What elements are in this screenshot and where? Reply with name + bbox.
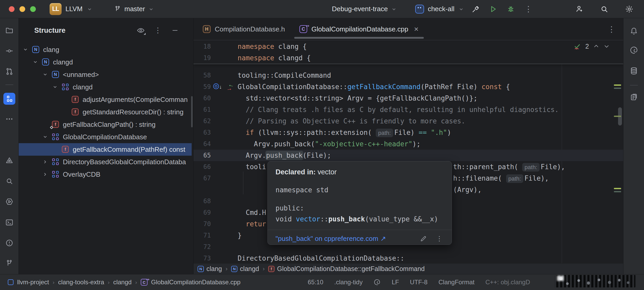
build-button[interactable] [469, 3, 481, 15]
structure-tree-item[interactable]: OverlayCDB [19, 168, 192, 181]
project-tool-button[interactable] [3, 24, 15, 36]
run-button[interactable] [487, 3, 499, 15]
close-tab-icon[interactable]: × [414, 25, 419, 34]
structure-tree-item[interactable]: adjustArguments(CompileComman [19, 93, 192, 106]
search-everywhere-button[interactable] [598, 3, 610, 15]
ai-status-icon[interactable] [373, 279, 381, 286]
popup-more-icon[interactable]: ⋮ [436, 235, 443, 243]
play-icon [489, 5, 497, 13]
run-configuration-selector[interactable]: Debug-event-trace [332, 5, 397, 13]
build-target-selector[interactable]: check-all [415, 5, 464, 14]
chevron-right-icon[interactable] [43, 172, 48, 177]
structure-tree-item[interactable]: clangd [19, 56, 192, 68]
chevron-down-icon[interactable] [33, 60, 38, 65]
structure-scrollbar[interactable] [191, 96, 193, 127]
cpp-file-icon [299, 25, 307, 33]
panel-options-button[interactable]: ⋮ [153, 26, 163, 35]
hide-panel-button[interactable] [170, 26, 180, 35]
chevron-right-icon[interactable] [43, 159, 48, 164]
line-number: 62 [193, 115, 211, 127]
find-tool-button[interactable] [3, 175, 15, 187]
code-editor[interactable]: 58tooling::CompileCommand59←→GlobalCompi… [193, 40, 623, 263]
more-tools-button[interactable] [3, 113, 15, 125]
code-line[interactable]: 62 // Parsing as Objective C++ is friend… [193, 115, 623, 127]
code-line[interactable]: 58tooling::CompileCommand [193, 70, 623, 81]
structure-tree-item[interactable]: <unnamed> [19, 68, 192, 81]
debug-button[interactable] [505, 3, 517, 15]
code-token: h::filename( [453, 174, 506, 182]
next-highlight-icon[interactable] [603, 43, 610, 49]
code-line[interactable]: 60 std::vector<std::string> Argv = {getF… [193, 93, 623, 104]
chevron-down-icon[interactable] [52, 84, 58, 90]
code-line[interactable]: 18namespace clang { [193, 41, 623, 52]
edit-icon[interactable] [420, 235, 427, 242]
breadcrumb-clangd[interactable]: clangd [231, 265, 259, 273]
structure-tree-item[interactable]: getFallbackClangPath() : string [19, 118, 192, 131]
zoom-window-button[interactable] [30, 6, 36, 12]
close-window-button[interactable] [9, 6, 15, 12]
code-line[interactable]: 64 Argv.push_back("-xobjective-c++-heade… [193, 138, 623, 150]
cppreference-link[interactable]: "push_back" on cppreference.com ↗ [276, 235, 386, 243]
structure-tree-item[interactable]: DirectoryBasedGlobalCompilationDataba [19, 156, 192, 168]
change-mark[interactable] [614, 188, 621, 189]
change-mark[interactable] [614, 84, 621, 86]
change-mark[interactable] [614, 88, 621, 89]
problems-tool-button[interactable] [3, 237, 15, 249]
commit-tool-button[interactable] [3, 45, 15, 57]
chevron-down-icon[interactable] [23, 47, 28, 52]
caret-position-widget[interactable]: 65:10 [308, 279, 323, 286]
structure-tree-item[interactable]: getFallbackCommand(PathRef) const [19, 143, 192, 156]
version-control-tool-button[interactable] [3, 258, 15, 269]
minimize-window-button[interactable] [19, 6, 25, 12]
structure-tool-button[interactable] [3, 93, 15, 105]
status-path[interactable]: llvm-project› clang-tools-extra› clangd›… [8, 274, 240, 290]
code-line[interactable]: 61 // Clang treats .h files as C by defa… [193, 104, 623, 115]
line-separator-widget[interactable]: LF [392, 279, 399, 286]
terminal-tool-button[interactable] [3, 216, 15, 228]
project-widget[interactable]: LL LLVM [50, 3, 92, 15]
code-with-me-button[interactable] [573, 3, 585, 15]
code-line[interactable]: 65 Argv.push_back(File); [193, 150, 623, 161]
pull-requests-tool-button[interactable] [3, 65, 15, 77]
encoding-widget[interactable]: UTF-8 [410, 279, 427, 286]
code-text: // Parsing as Objective C++ is friendly … [238, 115, 465, 127]
structure-tree-item[interactable]: clangd [19, 81, 192, 93]
inspections-tool-button[interactable] [3, 154, 15, 166]
code-line[interactable]: 59←→GlobalCompilationDatabase::getFallba… [193, 81, 623, 93]
code-fragment: h::filename( path:File), [453, 173, 549, 184]
code-line[interactable]: 63 if (llvm::sys::path::extension( path:… [193, 127, 623, 138]
breadcrumb-clang[interactable]: clang [198, 265, 222, 273]
overriding-marker-icon[interactable] [213, 83, 219, 89]
documentation-tool-button[interactable] [628, 91, 640, 103]
breadcrumb-function[interactable]: GlobalCompilationDatabase::getFallbackCo… [268, 265, 425, 273]
tab-compilationdatabase-h[interactable]: CompilationDatabase.h [196, 18, 292, 40]
more-actions-button[interactable]: ⋮ [522, 3, 534, 15]
stripe-divider [630, 85, 638, 85]
structure-tree-item[interactable]: GlobalCompilationDatabase [19, 131, 192, 143]
ai-assistant-tool-button[interactable] [628, 44, 640, 56]
view-options-button[interactable] [136, 26, 145, 35]
vcs-branch-widget[interactable]: master [114, 5, 154, 13]
inspections-widget[interactable]: 2 [573, 42, 610, 50]
tab-globalcompilationdatabase-cpp[interactable]: GlobalCompilationDatabase.cpp × [292, 18, 426, 40]
clang-format-widget[interactable]: ClangFormat [438, 279, 474, 286]
notifications-tool-button[interactable] [628, 25, 640, 37]
structure-tree-item[interactable]: getStandardResourceDir() : string [19, 106, 192, 118]
previous-highlight-icon[interactable] [593, 43, 599, 49]
change-mark[interactable] [614, 116, 621, 117]
ide-window: LL LLVM master Debug-event-trace check-a… [0, 0, 644, 290]
database-tool-button[interactable] [628, 65, 640, 77]
services-tool-button[interactable] [3, 196, 15, 208]
structure-tree-item[interactable]: clang [19, 43, 192, 56]
commit-icon [5, 47, 14, 55]
tab-list-options-icon[interactable]: ⋮ [608, 25, 623, 34]
settings-button[interactable] [623, 3, 635, 15]
chevron-down-icon[interactable] [43, 72, 48, 77]
code-line[interactable]: 19namespace clangd { [193, 52, 623, 64]
chevron-down-icon[interactable] [43, 134, 48, 140]
change-mark[interactable] [614, 191, 621, 192]
recursive-call-icon[interactable]: ←→ [226, 81, 236, 93]
line-number: 73 [193, 253, 211, 263]
clang-tidy-widget[interactable]: .clang-tidy [334, 279, 363, 286]
code-line[interactable]: 73DirectoryBasedGlobalCompilationDatabas… [193, 253, 623, 263]
